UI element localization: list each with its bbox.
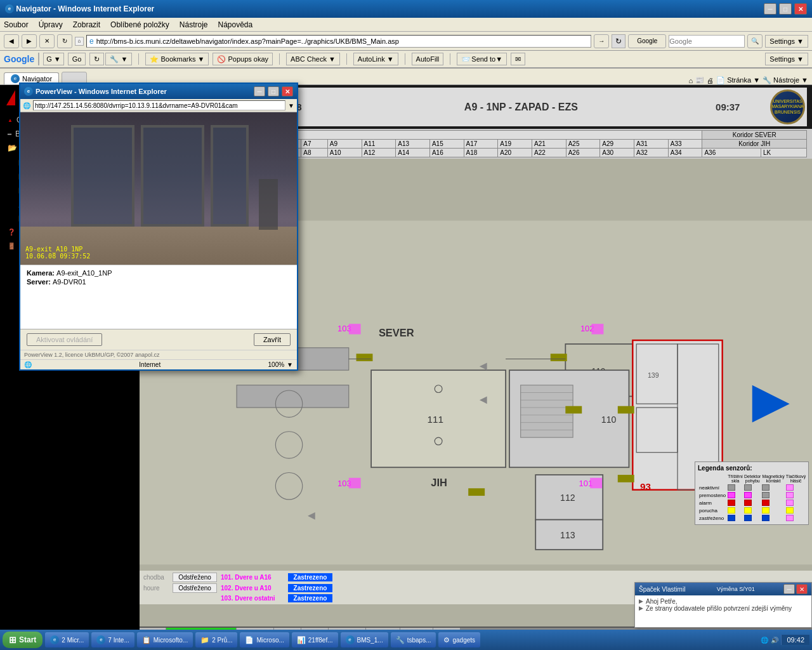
obj-a11[interactable]: A11 [362,140,396,149]
refresh-small[interactable]: ↻ [612,34,625,48]
address-bar[interactable]: e http://bms-b.ics.muni.cz/deltaweb/navi… [86,35,591,48]
go-button[interactable]: → [594,34,609,48]
tab-home-btn[interactable]: ⌂ [688,77,693,84]
taskbar-item-6[interactable]: e BMS_1... [341,632,388,647]
chat-close-btn[interactable]: ✕ [796,584,808,594]
obj-a30[interactable]: A30 [600,149,634,157]
popups-btn[interactable]: 🚫 Popups okay [213,53,273,65]
obj-a33[interactable]: A33 [668,140,702,149]
obj-a21[interactable]: A21 [532,140,566,149]
start-button[interactable]: ⊞ Start [3,632,43,648]
close-video-button[interactable]: Zavřít [254,333,291,346]
google-search-input[interactable] [669,35,745,48]
obj-a32[interactable]: A32 [634,149,669,157]
autolink-btn[interactable]: AutoLink ▼ [353,53,398,65]
taskbar-item-4[interactable]: 📄 Microso... [240,632,289,647]
obj-a16[interactable]: A16 [429,149,464,157]
taskbar-item-3[interactable]: 📁 2 Prů... [195,632,237,647]
popup-max-btn[interactable]: □ [268,86,279,96]
google-dropdown[interactable]: G ▼ [43,53,64,65]
popup-ie-icon: e [24,87,33,96]
zastrezeno-label: zastřeženo [698,514,727,522]
popup-video: A9-exit_A10_1NP 10.06.08 09:37:52 [20,112,297,265]
taskbar-item-0[interactable]: e 2 Micr... [45,632,89,647]
odstrezeno-1[interactable]: Odstřeženo [173,573,217,582]
menu-nastroje[interactable]: Nástroje [180,20,208,29]
tab-feeds-btn[interactable]: 📰 [695,76,704,84]
popup-zoom-dropdown[interactable]: ▼ [287,361,293,368]
autofill-btn[interactable]: AutoFill [412,53,444,65]
obj-a18[interactable]: A18 [464,149,498,157]
zastrezeno-2[interactable]: Zastrezeno [288,584,332,592]
obj-a10[interactable]: A10 [327,149,362,157]
menu-zobrazit[interactable]: Zobrazit [73,20,100,29]
obj-a26[interactable]: A26 [566,149,600,157]
popup-address-input[interactable] [33,100,285,110]
obj-a7[interactable]: A7 [301,140,328,149]
tools-toolbar[interactable]: 🔧 ▼ [105,53,132,65]
mail-icon[interactable]: ✉ [511,53,525,65]
popup-min-btn[interactable]: ─ [254,86,265,96]
chat-min-btn[interactable]: ─ [783,584,795,594]
delta-triangle-icon [6,90,15,105]
sendto-btn[interactable]: 📨 Send to▼ [457,53,507,65]
google-go-btn[interactable]: 🔍 [747,34,763,48]
taskbar-item-1[interactable]: e 7 Inte... [91,632,134,647]
odstrezeno-2[interactable]: Odstřeženo [173,583,217,593]
activate-button[interactable]: Aktivovat ovládání [27,333,102,346]
obj-a20[interactable]: A20 [498,149,532,157]
popup-close-icon[interactable]: ✕ [282,86,293,96]
tab-print-btn[interactable]: 🖨 [707,77,714,84]
address-input[interactable]: http://bms-b.ics.muni.cz/deltaweb/naviga… [96,37,589,45]
bookmarks-btn[interactable]: ⭐ Bookmarks ▼ [145,53,209,65]
obj-a19[interactable]: A19 [498,140,532,149]
forward-button[interactable]: ▶ [22,34,37,48]
obj-a25[interactable]: A25 [566,140,600,149]
windows-logo-icon: ⊞ [9,635,16,645]
taskbar-icon-2: 📋 [142,636,151,644]
menu-soubor[interactable]: Soubor [4,20,29,29]
obj-lk[interactable]: LK [761,149,806,157]
check-btn[interactable]: ABC Check ▼ [286,53,340,65]
minimize-button[interactable]: ─ [764,3,776,15]
premosteno-label: premosteno [698,491,727,499]
settings-button[interactable]: Settings ▼ [765,35,808,48]
menu-oblibene[interactable]: Oblíbené položky [110,20,169,29]
maximize-button[interactable]: □ [779,3,792,15]
obj-a17[interactable]: A17 [464,140,498,149]
settings-btn[interactable]: Settings ▼ [765,53,808,65]
taskbar-item-2[interactable]: 📋 Microsofto... [137,632,193,647]
taskbar-item-7[interactable]: 🔧 tsbaps... [391,632,436,647]
obj-a8[interactable]: A8 [301,149,328,157]
refresh-toolbar[interactable]: ↻ [89,53,104,65]
taskbar-ie-icon-6: e [346,635,355,644]
obj-a22[interactable]: A22 [532,149,566,157]
menu-napoveda[interactable]: Nápověda [218,20,253,29]
tab-tools-btn[interactable]: 🔧 Nástroje ▼ [763,76,808,84]
tab-page-btn[interactable]: 📄 Stránka ▼ [716,76,760,84]
obj-a15[interactable]: A15 [429,140,464,149]
taskbar-item-5[interactable]: 📊 21ff8ef... [292,632,338,647]
obj-a36[interactable]: A36 [702,149,761,157]
obj-a29[interactable]: A29 [600,140,634,149]
obj-a12[interactable]: A12 [362,149,396,157]
go-toolbar-btn[interactable]: Go [68,53,86,65]
back-button[interactable]: ◀ [4,34,19,48]
taskbar-item-8[interactable]: ⚙ gadgets [438,632,480,647]
obj-a31[interactable]: A31 [634,140,669,149]
close-button[interactable]: ✕ [794,3,807,15]
zastrezeno-3[interactable]: Zastrezeno [288,594,332,602]
network-icon: ━ [8,131,11,138]
popup-dropdown-icon[interactable]: ▼ [288,102,294,109]
search-button[interactable]: Google [628,34,666,48]
obj-a13[interactable]: A13 [396,140,430,149]
obj-a34[interactable]: A34 [668,149,702,157]
menu-upravy[interactable]: Úpravy [39,20,63,29]
refresh-button[interactable]: ↻ [57,34,72,48]
taskbar-label-2: Microsofto... [154,637,188,644]
obj-a9[interactable]: A9 [327,140,362,149]
volume-tray-icon: 🔊 [771,637,778,644]
obj-a14[interactable]: A14 [396,149,430,157]
zastrezeno-1[interactable]: Zastrezeno [288,573,332,581]
stop-button[interactable]: ✕ [39,34,55,48]
